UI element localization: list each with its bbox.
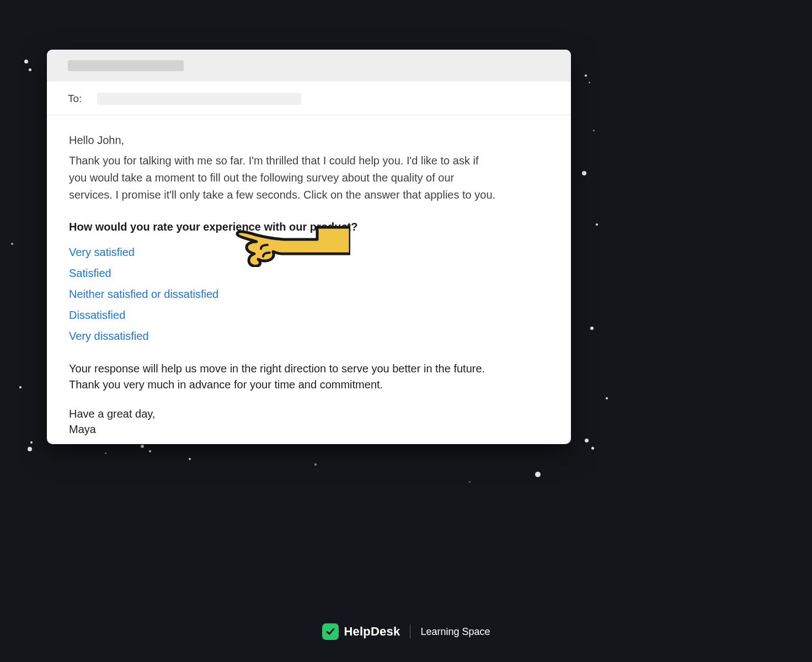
star-dot bbox=[141, 445, 144, 448]
email-window: To: Hello John, Thank you for talking wi… bbox=[47, 50, 571, 444]
star-dot bbox=[591, 447, 594, 450]
star-dot bbox=[469, 481, 471, 483]
survey-option-dissatisfied[interactable]: Dissatisfied bbox=[69, 307, 125, 323]
brand-logo: HelpDesk bbox=[322, 623, 400, 640]
signoff: Have a great day, Maya bbox=[69, 406, 549, 437]
helpdesk-logo-icon bbox=[322, 623, 339, 640]
recipient-placeholder bbox=[97, 93, 301, 105]
star-dot bbox=[590, 327, 594, 330]
brand-divider bbox=[410, 624, 410, 639]
recipient-row: To: bbox=[47, 82, 571, 115]
star-dot bbox=[24, 60, 28, 63]
signoff-line: Have a great day, bbox=[69, 408, 155, 420]
star-dot bbox=[149, 450, 151, 452]
star-dot bbox=[585, 74, 587, 77]
signature-name: Maya bbox=[69, 423, 96, 435]
greeting-text: Hello John, bbox=[69, 132, 549, 149]
window-titlebar bbox=[47, 50, 571, 82]
star-dot bbox=[585, 439, 589, 442]
star-dot bbox=[29, 68, 31, 71]
subject-placeholder bbox=[68, 60, 184, 71]
star-dot bbox=[28, 447, 32, 451]
email-body: Hello John, Thank you for talking with m… bbox=[47, 115, 571, 444]
star-dot bbox=[606, 397, 608, 399]
closing-paragraph: Your response will help us move in the r… bbox=[69, 361, 505, 393]
brand-footer: HelpDesk Learning Space bbox=[0, 623, 812, 640]
survey-question: How would you rate your experience with … bbox=[69, 219, 549, 234]
star-dot bbox=[19, 386, 22, 388]
survey-option-very-satisfied[interactable]: Very satisfied bbox=[69, 244, 135, 260]
to-label: To: bbox=[68, 93, 82, 105]
survey-option-neither[interactable]: Neither satisfied or dissatisfied bbox=[69, 286, 218, 302]
star-dot bbox=[582, 171, 586, 175]
star-dot bbox=[596, 223, 598, 226]
star-dot bbox=[593, 130, 595, 131]
star-dot bbox=[314, 463, 317, 466]
brand-subtitle: Learning Space bbox=[420, 626, 490, 638]
star-dot bbox=[189, 458, 191, 460]
star-dot bbox=[589, 82, 590, 83]
star-dot bbox=[105, 452, 106, 454]
star-dot bbox=[11, 243, 13, 245]
survey-options: Very satisfied Satisfied Neither satisfi… bbox=[69, 244, 549, 344]
star-dot bbox=[535, 472, 541, 477]
brand-name: HelpDesk bbox=[344, 624, 400, 639]
star-dot bbox=[30, 441, 33, 444]
survey-option-very-dissatisfied[interactable]: Very dissatisfied bbox=[69, 328, 149, 344]
survey-option-satisfied[interactable]: Satisfied bbox=[69, 265, 111, 281]
intro-paragraph: Thank you for talking with me so far. I'… bbox=[69, 152, 499, 204]
